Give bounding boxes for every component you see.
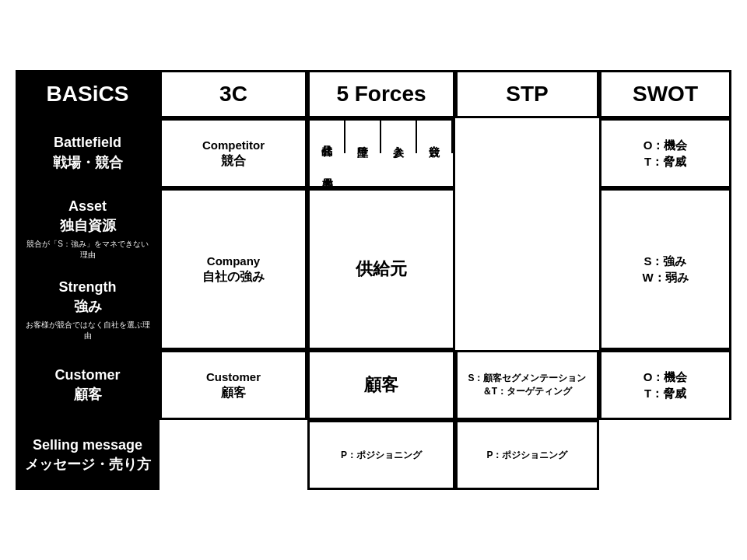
swot-blank-row5 (599, 420, 731, 490)
header-row: BASiCS 3C 5 Forces STP SWOT (16, 70, 731, 118)
5forces-positioning: P：ポジショニング (307, 420, 455, 490)
header-basics: BASiCS (16, 70, 160, 118)
3c-empty-row5 (160, 420, 307, 490)
ff-substitute: 代替品 (310, 121, 345, 153)
basics-customer: Customer 顧客 (16, 350, 160, 420)
5forces-top: 代替品 障壁 参入 競合 業界内 (307, 118, 455, 188)
swot-sw: S：強み W：弱み (599, 188, 731, 351)
ff-entry: 参入 (381, 121, 417, 153)
stp-positioning: P：ポジショニング (455, 420, 599, 490)
basics-strength: Strength 強み お客様が競合ではなく自社を選ぶ理由 (16, 269, 160, 350)
ff-industry: 業界内 (310, 153, 345, 186)
basics-selling: Selling message メッセージ・売り方 (16, 420, 160, 490)
header-3c: 3C (160, 70, 307, 118)
basics-asset: Asset 独自資源 競合が「S：強み」をマネできない理由 (16, 188, 160, 269)
5forces-supply: 供給元 (307, 188, 455, 351)
ff-competition: 競合 (417, 121, 453, 153)
swot-ot-bottom: O：機会 T：脅威 (599, 350, 731, 420)
5forces-customer: 顧客 (307, 350, 455, 420)
stp-blank-mid (455, 188, 599, 351)
body-grid: Battlefield 戦場・競合 Competitor 競合 代替品 障壁 参… (16, 118, 731, 491)
5forces-inner: 代替品 障壁 参入 競合 業界内 (310, 121, 453, 186)
3c-company: Company 自社の強み (160, 188, 307, 351)
header-stp: STP (455, 70, 599, 118)
header-forces: 5 Forces (307, 70, 455, 118)
stp-blank-top (455, 118, 599, 188)
stp-customer: S：顧客セグメンテーション＆T：ターゲティング (455, 350, 599, 420)
framework-container: BASiCS 3C 5 Forces STP SWOT Battlefield … (16, 70, 731, 491)
basics-battlefield: Battlefield 戦場・競合 (16, 118, 160, 188)
ff-barrier: 障壁 (345, 121, 381, 153)
3c-competitor: Competitor 競合 (160, 118, 307, 188)
swot-ot-top: O：機会 T：脅威 (599, 118, 731, 188)
header-swot: SWOT (599, 70, 731, 118)
3c-customer: Customer 顧客 (160, 350, 307, 420)
